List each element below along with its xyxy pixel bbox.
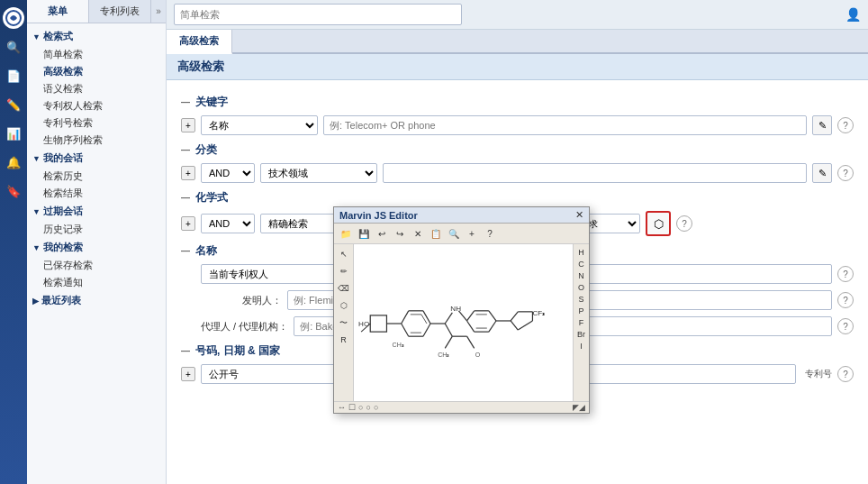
user-icon[interactable]: 👤 [845,7,861,22]
marvin-left-chain-btn[interactable]: 〜 [337,315,351,330]
section-my-sessions[interactable]: ▼ 我的会话 [27,149,166,168]
sidebar-item-search-alert[interactable]: 检索通知 [27,274,166,291]
section-my-searches[interactable]: ▼ 我的检索 [27,238,166,257]
marvin-tool-undo[interactable]: ↩ [374,225,390,242]
sidebar-item-simple-search[interactable]: 简单检索 [27,46,166,63]
marvin-element-N[interactable]: N [578,270,584,281]
agent-help-icon[interactable]: ? [837,318,854,334]
sidebar-item-history-records[interactable]: 历史记录 [27,221,166,238]
section-dash5: — [181,346,190,356]
tab-menu[interactable]: 菜单 [27,0,89,23]
icon-edit[interactable]: ✏️ [3,94,24,115]
marvin-left-arrow-btn[interactable]: ↖ [337,247,351,261]
category-field-select[interactable]: 技术领域 [260,163,377,183]
top-search-input[interactable] [174,4,462,25]
marvin-tool-help[interactable]: ? [482,225,498,242]
arrow-icon: ▼ [32,32,41,41]
category-edit-btn[interactable]: ✎ [812,163,832,183]
category-input[interactable] [383,163,807,183]
marvin-status-circle3[interactable]: ○ [374,403,378,412]
tab-patent-list[interactable]: 专利列表 [89,0,151,23]
icon-bell[interactable]: 🔔 [3,151,24,173]
marvin-left-eraser-btn[interactable]: ⌫ [337,281,351,296]
chem-structure-btn[interactable]: ⬡ [646,211,671,236]
add-number-btn[interactable]: + [181,367,195,381]
marvin-element-I[interactable]: I [580,341,583,352]
section-recent-list[interactable]: ▶ 最近列表 [27,291,166,310]
icon-document[interactable]: 📄 [3,65,24,87]
marvin-tool-open[interactable]: 📁 [338,225,354,242]
chem-help-icon[interactable]: ? [676,215,692,232]
page-title: 高级检索 [167,54,868,80]
sidebar-content: ▼ 检索式 简单检索 高级检索 语义检索 专利权人检索 专利号检索 生物序列检索… [27,23,166,484]
patentee-help-icon[interactable]: ? [837,266,854,282]
marvin-tool-zoom[interactable]: 🔍 [446,225,462,242]
add-chem-btn[interactable]: + [181,216,195,231]
marvin-element-O[interactable]: O [578,282,584,293]
marvin-element-Br[interactable]: Br [577,329,585,340]
sidebar-item-adv-search[interactable]: 高级检索 [27,63,166,80]
marvin-tool-clear[interactable]: ✕ [410,225,426,242]
marvin-element-F[interactable]: F [579,317,584,328]
section-label4: 我的检索 [43,241,83,254]
top-bar: 👤 [167,0,868,30]
marvin-toolbar: 📁 💾 ↩ ↪ ✕ 📋 🔍 + ? [334,224,589,244]
marvin-element-C[interactable]: C [578,259,584,269]
icon-search[interactable]: 🔍 [3,36,24,58]
section-expired-sessions[interactable]: ▼ 过期会话 [27,202,166,221]
section-chem-header: — 化学式 [181,190,854,205]
sidebar-item-search-history[interactable]: 检索历史 [27,168,166,185]
inventor-help-icon[interactable]: ? [837,292,854,308]
svg-line-30 [511,312,518,321]
content-tabs: 高级检索 [167,30,868,54]
icon-bookmark[interactable]: 🔖 [3,180,24,202]
svg-line-21 [467,311,475,321]
svg-line-15 [445,313,452,324]
marvin-left-pencil-btn[interactable]: ✏ [337,264,351,279]
add-category-btn[interactable]: + [181,166,195,180]
category-op-select[interactable]: AND [201,163,255,183]
keyword-edit-btn[interactable]: ✎ [812,115,832,135]
sidebar-item-patent-num-search[interactable]: 专利号检索 [27,114,166,132]
section-search-types[interactable]: ▼ 检索式 [27,27,166,46]
icon-chart[interactable]: 📊 [3,123,24,144]
marvin-tool-save[interactable]: 💾 [356,225,372,242]
keyword-row: + 名称 ✎ ? [181,115,854,135]
marvin-tool-copy[interactable]: 📋 [428,225,444,242]
marvin-element-P[interactable]: P [578,306,583,316]
tab-advanced-search[interactable]: 高级检索 [167,30,232,54]
marvin-canvas[interactable]: HO NH [354,244,573,401]
marvin-status-circle2[interactable]: ○ [366,403,370,412]
svg-text:CF₃: CF₃ [532,309,545,317]
marvin-left-r-btn[interactable]: R [337,333,351,347]
marvin-close-btn[interactable]: ✕ [575,209,583,221]
category-help-icon[interactable]: ? [837,165,854,181]
section-dash: — [181,97,190,107]
sidebar-collapse-btn[interactable]: » [151,0,166,23]
marvin-body: ↖ ✏ ⌫ ⬡ 〜 R [334,244,589,401]
marvin-tool-redo[interactable]: ↪ [392,225,408,242]
keyword-help-icon[interactable]: ? [837,117,854,133]
marvin-status-arrow[interactable]: ↔ [338,403,346,412]
chem-op-select[interactable]: AND [201,214,255,233]
keyword-field-select[interactable]: 名称 [201,115,318,135]
sidebar-item-semantic-search[interactable]: 语义检索 [27,80,166,97]
keyword-input[interactable] [323,115,807,135]
add-keyword-btn[interactable]: + [181,118,195,132]
marvin-element-S[interactable]: S [578,294,583,305]
section-label2: 我的会话 [43,151,83,165]
marvin-tool-add[interactable]: + [464,225,480,242]
section-label5: 最近列表 [41,294,81,307]
section-keyword-header: — 关键字 [181,95,854,110]
sidebar-item-patentee-search[interactable]: 专利权人检索 [27,97,166,114]
sidebar-item-bio-search[interactable]: 生物序列检索 [27,132,166,149]
marvin-status-circle1[interactable]: ○ [358,403,363,412]
marvin-element-H[interactable]: H [578,247,584,258]
svg-line-3 [402,311,409,324]
sidebar-item-saved-search[interactable]: 已保存检索 [27,257,166,274]
marvin-title-label: Marvin JS Editor [339,210,418,221]
sidebar-item-search-results[interactable]: 检索结果 [27,185,166,202]
marvin-left-ring-btn[interactable]: ⬡ [337,298,351,313]
number-help-icon[interactable]: ? [837,366,854,382]
marvin-status-rect[interactable]: ☐ [348,403,356,412]
